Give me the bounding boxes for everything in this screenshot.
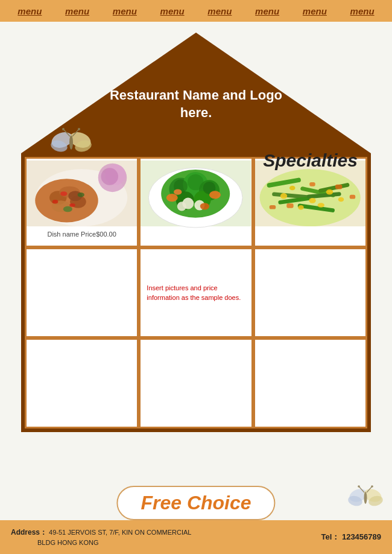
dish-cell-6 <box>253 247 367 338</box>
dish-cell-7 <box>25 338 139 428</box>
address-label: Address： <box>11 528 47 536</box>
dish-cell-4 <box>25 247 139 338</box>
dish-cell-2 <box>139 157 253 247</box>
svg-point-6 <box>62 128 65 130</box>
menu-item-4[interactable]: menu <box>160 6 185 16</box>
svg-point-56 <box>338 197 343 202</box>
menu-item-8[interactable]: menu <box>350 6 375 16</box>
svg-point-38 <box>177 202 186 211</box>
tel-block: Tel： 123456789 <box>321 532 381 543</box>
svg-point-70 <box>358 485 360 488</box>
svg-point-58 <box>317 203 324 208</box>
svg-point-20 <box>63 206 72 212</box>
house-body: Dish name Price$00.00 <box>21 153 371 432</box>
dish-cell-9 <box>253 338 367 428</box>
svg-point-17 <box>60 191 67 196</box>
svg-point-52 <box>280 193 286 199</box>
veggies-image <box>141 159 251 228</box>
insert-instructions: Insert pictures and price information as… <box>141 277 251 309</box>
dish-cell-8 <box>139 338 253 428</box>
tel-label: Tel： <box>321 532 340 541</box>
stirfry-image <box>27 159 137 228</box>
address-line1: 49-51 JERVOIS ST, 7/F, KIN ON COMMERCIAL <box>49 529 191 536</box>
free-choice-badge: Free Choice <box>116 486 275 520</box>
svg-point-72 <box>371 485 373 488</box>
svg-point-55 <box>326 189 332 195</box>
svg-point-39 <box>166 194 178 202</box>
menu-item-7[interactable]: menu <box>303 6 327 16</box>
address-line2: BLDG HONG KONG <box>37 539 98 546</box>
menu-item-2[interactable]: menu <box>65 6 89 16</box>
svg-point-40 <box>209 191 221 199</box>
specialties-label: Specialties <box>263 150 358 171</box>
restaurant-name: Restaurant Name and Logo here. <box>106 87 286 121</box>
svg-rect-62 <box>269 205 275 209</box>
menu-item-1[interactable]: menu <box>17 6 42 16</box>
svg-point-53 <box>289 186 295 191</box>
menu-item-6[interactable]: menu <box>255 6 279 16</box>
svg-point-21 <box>78 193 84 197</box>
dish-cell-1: Dish name Price$00.00 <box>25 157 139 247</box>
dish-cell-5: Insert pictures and price information as… <box>139 247 253 338</box>
house-wrapper: Restaurant Name and Logo here. Specialti… <box>21 33 371 432</box>
dish-grid: Dish name Price$00.00 <box>25 153 367 428</box>
top-menu-bar: menu menu menu menu menu menu menu menu <box>0 0 392 22</box>
svg-point-24 <box>101 168 118 185</box>
svg-point-57 <box>298 205 303 210</box>
free-choice-wrapper: Free Choice <box>116 486 275 520</box>
butterfly-bottom-icon <box>347 481 384 518</box>
butterfly-top-icon <box>50 123 92 165</box>
tel-number: 123456789 <box>342 532 381 541</box>
svg-point-11 <box>35 179 98 222</box>
svg-rect-60 <box>335 185 342 189</box>
svg-point-8 <box>78 128 80 130</box>
svg-rect-59 <box>286 203 293 208</box>
address-block: Address： 49-51 JERVOIS ST, 7/F, KIN ON C… <box>11 527 191 548</box>
menu-item-5[interactable]: menu <box>207 6 232 16</box>
dish-1-label: Dish name Price$00.00 <box>27 228 137 240</box>
svg-point-68 <box>364 492 367 504</box>
menu-item-3[interactable]: menu <box>113 6 137 16</box>
svg-point-42 <box>174 189 182 194</box>
svg-rect-61 <box>309 182 315 186</box>
svg-point-4 <box>69 135 73 150</box>
svg-point-41 <box>200 203 209 209</box>
svg-point-18 <box>69 203 75 207</box>
svg-point-19 <box>52 200 58 204</box>
bottom-bar: Address： 49-51 JERVOIS ST, 7/F, KIN ON C… <box>0 520 392 554</box>
svg-rect-63 <box>349 195 355 199</box>
svg-point-34 <box>188 174 204 191</box>
svg-point-54 <box>309 198 315 203</box>
